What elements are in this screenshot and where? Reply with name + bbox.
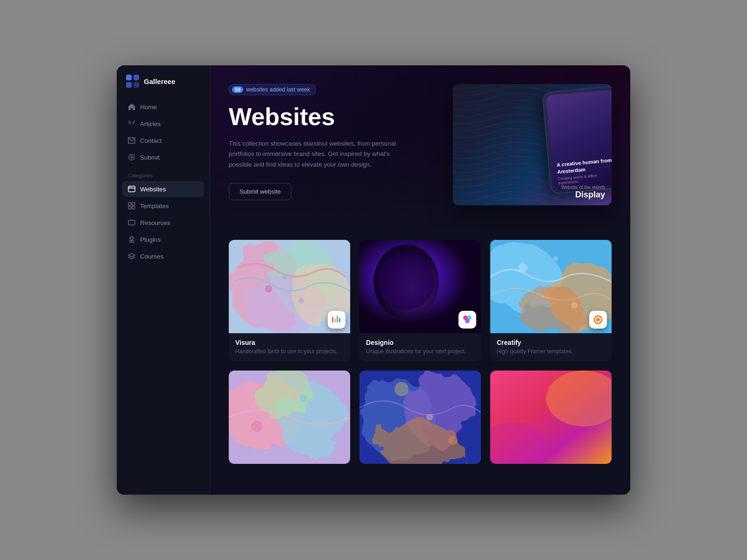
card-info-visura: Visura Handcrafted fonts to use in your … xyxy=(229,333,350,361)
svg-point-36 xyxy=(518,263,528,273)
svg-point-52 xyxy=(448,436,458,445)
sidebar-item-resources[interactable]: Resources xyxy=(122,215,204,231)
categories-label: Categories xyxy=(117,165,210,181)
app-window: Gallereee Home Articles xyxy=(117,65,630,495)
plugins-icon xyxy=(128,236,135,243)
contact-icon xyxy=(128,137,135,144)
courses-icon xyxy=(128,252,135,260)
visura-logo-icon xyxy=(331,314,342,325)
svg-rect-23 xyxy=(334,319,336,322)
card-logo-designio xyxy=(458,311,476,329)
sidebar-label-templates: Templates xyxy=(140,203,169,210)
main-nav: Home Articles Contact xyxy=(117,99,210,165)
card-info-creatify: Creatify High quality Framer templates. xyxy=(490,333,612,361)
svg-rect-22 xyxy=(332,317,333,322)
svg-rect-3 xyxy=(134,82,139,88)
main-content: 50 websites added last week Websites Thi… xyxy=(210,65,630,495)
cards-grid-section: Visura Handcrafted fonts to use in your … xyxy=(210,229,630,478)
sidebar-label-home: Home xyxy=(140,104,157,111)
svg-point-37 xyxy=(571,302,578,308)
card-6[interactable] xyxy=(490,371,612,464)
card-logo-creatify xyxy=(589,311,607,329)
creatify-logo-icon xyxy=(592,314,604,325)
card6-artwork xyxy=(490,371,612,464)
wotm-name: Display xyxy=(575,190,605,199)
sidebar-item-websites[interactable]: Websites xyxy=(122,181,204,197)
svg-rect-24 xyxy=(337,316,338,322)
sidebar-item-plugins[interactable]: Plugins xyxy=(122,231,204,247)
sidebar-item-templates[interactable]: Templates xyxy=(122,198,204,214)
card-desc-creatify: High quality Framer templates. xyxy=(497,348,605,355)
svg-point-19 xyxy=(265,285,272,293)
sidebar-label-contact: Contact xyxy=(140,137,162,144)
svg-point-7 xyxy=(129,187,130,188)
resources-icon xyxy=(128,219,135,226)
svg-rect-25 xyxy=(339,318,340,322)
hero-description: This collection showcases standout websi… xyxy=(229,139,397,170)
sidebar-item-articles[interactable]: Articles xyxy=(122,116,204,132)
svg-point-20 xyxy=(282,275,287,280)
card-creatify[interactable]: Creatify High quality Framer templates. xyxy=(490,240,612,361)
badge: 50 websites added last week xyxy=(229,84,316,95)
featured-card-label: Website of the month Display xyxy=(561,185,605,200)
svg-point-40 xyxy=(596,318,600,322)
svg-point-51 xyxy=(395,382,409,396)
svg-rect-12 xyxy=(132,206,135,209)
sidebar-label-plugins: Plugins xyxy=(140,236,161,243)
card-5[interactable] xyxy=(359,371,481,464)
svg-point-8 xyxy=(131,187,132,188)
brand: Gallereee xyxy=(117,75,210,99)
sidebar-item-contact[interactable]: Contact xyxy=(122,133,204,148)
hero-title: Websites xyxy=(229,104,434,130)
card-thumb-4 xyxy=(229,371,350,464)
sidebar-item-submit[interactable]: Submit xyxy=(122,149,204,165)
articles-icon xyxy=(128,120,135,127)
sidebar-label-courses: Courses xyxy=(140,253,163,260)
designio-logo-icon xyxy=(462,314,473,325)
svg-point-31 xyxy=(465,319,470,323)
sidebar-label-websites: Websites xyxy=(140,186,166,193)
sidebar: Gallereee Home Articles xyxy=(117,65,210,495)
svg-point-21 xyxy=(298,298,304,303)
sidebar-item-courses[interactable]: Courses xyxy=(122,248,204,264)
svg-rect-11 xyxy=(128,206,131,209)
categories-nav: Websites Templates Resources xyxy=(117,181,210,264)
cards-grid: Visura Handcrafted fonts to use in your … xyxy=(229,240,612,464)
sidebar-label-submit: Submit xyxy=(140,154,160,161)
featured-card[interactable]: A creative human from Amsterdam Creating… xyxy=(453,84,612,205)
svg-point-45 xyxy=(251,421,262,432)
submit-website-button[interactable]: Submit website xyxy=(229,183,291,200)
svg-rect-9 xyxy=(128,203,131,205)
sidebar-item-home[interactable]: Home xyxy=(122,99,204,115)
card-desc-designio: Unique illustrations for your next proje… xyxy=(366,348,474,355)
sidebar-label-articles: Articles xyxy=(140,120,161,127)
card-title-visura: Visura xyxy=(235,339,344,346)
svg-rect-10 xyxy=(132,203,135,205)
card-designio[interactable]: Designio Unique illustrations for your n… xyxy=(359,240,481,361)
home-icon xyxy=(128,103,135,111)
phone-screen: A creative human from Amsterdam Creating… xyxy=(546,90,612,190)
templates-icon xyxy=(128,202,135,210)
svg-point-44 xyxy=(254,371,315,420)
card-thumb-creatify xyxy=(490,240,612,333)
brand-logo-icon xyxy=(126,75,139,88)
svg-rect-2 xyxy=(126,82,132,88)
card-title-creatify: Creatify xyxy=(497,339,605,346)
brand-name: Gallereee xyxy=(144,77,176,85)
card-logo-visura xyxy=(328,311,345,329)
svg-rect-0 xyxy=(126,75,132,80)
card-visura[interactable]: Visura Handcrafted fonts to use in your … xyxy=(229,240,350,361)
card5-artwork xyxy=(359,371,481,464)
svg-point-38 xyxy=(553,256,558,261)
card-thumb-designio xyxy=(359,240,481,333)
svg-point-28 xyxy=(378,254,434,310)
card-title-designio: Designio xyxy=(366,339,474,346)
card4-artwork xyxy=(229,371,350,464)
svg-rect-6 xyxy=(128,186,135,192)
sidebar-label-resources: Resources xyxy=(140,219,170,226)
card-thumb-5 xyxy=(359,371,481,464)
hero-section: 50 websites added last week Websites Thi… xyxy=(210,65,630,229)
card-thumb-visura xyxy=(229,240,350,333)
badge-count: 50 xyxy=(232,86,243,93)
card-4[interactable] xyxy=(229,371,350,464)
